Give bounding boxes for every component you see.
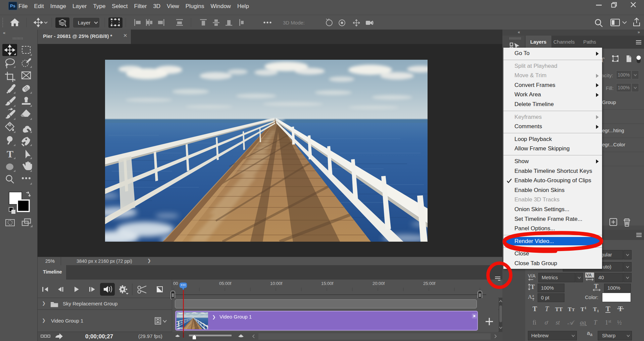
svg-text:T: T (606, 305, 610, 312)
svg-text:T: T (533, 305, 537, 312)
svg-text:(29.97 fps): (29.97 fps) (138, 333, 162, 339)
svg-text:0;00;00;27: 0;00;00;27 (85, 333, 113, 340)
svg-text:st: st (556, 319, 560, 326)
svg-text:a: a (532, 293, 534, 297)
svg-text:V/A: V/A (528, 273, 536, 279)
svg-text:TT: TT (555, 306, 563, 312)
svg-text:1: 1 (585, 306, 587, 310)
svg-text:3D Mode:: 3D Mode: (283, 20, 305, 26)
svg-text:20:00f: 20:00f (373, 281, 385, 286)
svg-text:00: 00 (173, 281, 178, 286)
svg-text:15:00f: 15:00f (321, 281, 334, 286)
svg-text:T: T (568, 306, 572, 312)
svg-text:Layer: Layer (78, 20, 91, 26)
svg-text:25:00f: 25:00f (423, 281, 436, 286)
svg-text:fi: fi (533, 319, 536, 326)
svg-text:1: 1 (605, 319, 608, 326)
svg-text:T: T (594, 319, 598, 326)
svg-text:VA: VA (586, 273, 592, 278)
svg-text:T: T (7, 148, 13, 159)
svg-text:T: T (572, 307, 575, 312)
svg-text:A: A (528, 294, 532, 300)
svg-text:1: 1 (597, 309, 599, 313)
svg-text:T: T (593, 306, 597, 312)
svg-text:aa: aa (580, 319, 586, 326)
svg-text:st: st (608, 319, 611, 324)
svg-text:10:00f: 10:00f (270, 281, 283, 286)
svg-text:T: T (594, 283, 598, 290)
svg-text:T: T (581, 306, 585, 312)
svg-text:𝒜: 𝒜 (567, 319, 575, 326)
svg-text:T: T (545, 305, 549, 312)
svg-text:05:00f: 05:00f (219, 281, 232, 286)
svg-text:ơ: ơ (545, 319, 548, 326)
svg-text:T: T (531, 283, 535, 290)
svg-text:½: ½ (617, 319, 622, 326)
svg-text:«: « (3, 30, 5, 35)
